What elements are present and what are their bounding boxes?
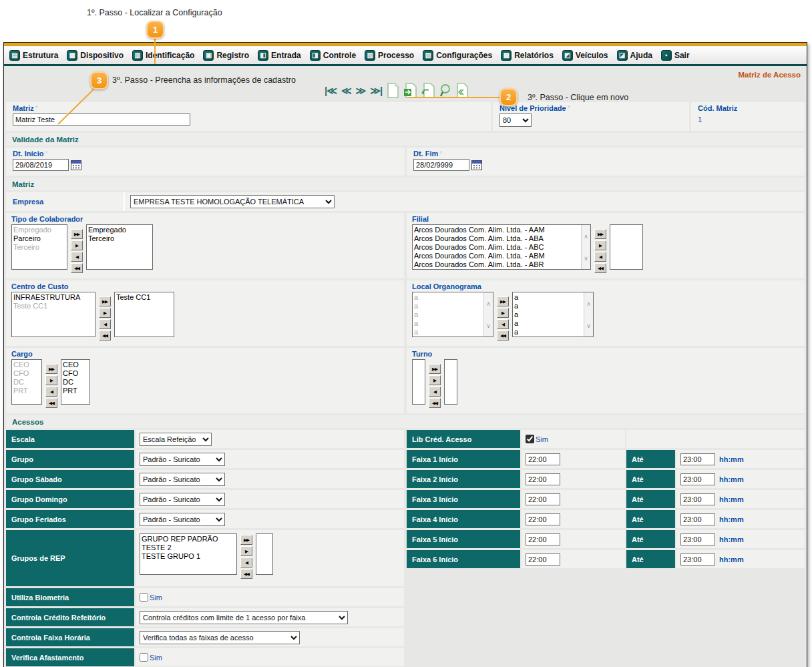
centro-available-list[interactable]: INFRAESTRUTURA Teste CC1 [11,292,95,337]
verifica-afastamento-checkbox[interactable] [140,653,148,662]
move-right-icon[interactable]: ▶ [99,308,111,318]
move-left-icon[interactable]: ◀ [71,252,83,262]
list-option[interactable]: DC [61,378,89,387]
turno-available-list[interactable] [412,359,425,405]
move-all-left-icon[interactable]: ◀◀ [99,330,111,341]
scroll-down-icon[interactable]: ∨ [486,322,491,329]
list-option[interactable]: Teste CC1 [12,302,95,310]
nivel-prioridade-select[interactable]: 80 [499,114,532,127]
menu-item-estrutura[interactable]: Estrutura [7,49,64,62]
list-option[interactable]: a [413,310,483,319]
new-record-icon[interactable] [385,82,401,99]
calendar-icon[interactable] [71,160,81,170]
move-all-right-icon[interactable]: ▶▶ [71,229,83,239]
controla-faixa-select[interactable]: Verifica todas as faixas de acesso [140,631,300,644]
menu-item-registro[interactable]: Registro [200,49,255,62]
list-option[interactable]: a [413,293,483,302]
tipo-available-list[interactable]: Empregado Parceiro Terceiro [11,224,67,270]
tipo-selected-list[interactable]: Empregado Terceiro [86,224,153,270]
rep-selected-list[interactable] [256,533,273,575]
move-right-icon[interactable]: ▶ [45,375,57,385]
move-all-left-icon[interactable]: ◀◀ [45,398,57,408]
list-option[interactable]: a [513,310,584,319]
move-all-left-icon[interactable]: ◀◀ [71,263,83,273]
faixa-6-fim-input[interactable] [680,553,715,566]
faixa-1-fim-input[interactable] [680,453,715,465]
centro-selected-list[interactable]: Teste CC1 [114,292,174,337]
scroll-up-icon[interactable]: ∧ [584,233,588,240]
calendar-icon[interactable] [471,160,482,170]
dt-fim-input[interactable] [413,159,469,171]
list-option[interactable]: PRT [61,387,89,395]
move-all-left-icon[interactable]: ◀◀ [497,330,509,341]
move-left-icon[interactable]: ◀ [429,387,441,397]
move-right-icon[interactable]: ▶ [240,546,252,556]
filial-available-list[interactable]: Arcos Dourados Com. Alim. Ltda. - AAM Ar… [412,224,591,270]
prev-record-icon[interactable]: ≪ [340,85,353,97]
faixa-4-inicio-input[interactable] [526,513,560,525]
list-option[interactable]: Arcos Dourados Com. Alim. Ltda. - ABM [413,252,581,260]
list-option[interactable]: PRT [12,387,41,395]
scroll-down-icon[interactable]: ∨ [584,255,588,262]
list-option[interactable]: Teste CC1 [115,293,174,302]
scroll-up-icon[interactable]: ∧ [586,300,591,307]
turno-selected-list[interactable] [444,359,457,405]
list-option[interactable]: DC [12,378,41,387]
list-option[interactable]: Terceiro [87,234,152,243]
menu-item-configuracoes[interactable]: Configurações [420,49,498,62]
move-right-icon[interactable]: ▶ [71,240,83,250]
move-all-left-icon[interactable]: ◀◀ [429,398,441,408]
local-available-list[interactable]: a a a a a ∧∨ [412,292,493,337]
last-record-icon[interactable]: ≫| [369,85,383,97]
menu-item-entrada[interactable]: Entrada [255,49,307,62]
utiliza-biometria-checkbox[interactable] [140,593,148,602]
search-record-icon[interactable] [437,82,453,99]
next-record-icon[interactable]: ≫ [355,85,367,97]
dt-inicio-input[interactable] [13,159,69,171]
matriz-input[interactable] [13,114,190,126]
rep-available-list[interactable]: GRUPO REP PADRÃO TESTE 2 TESTE GRUPO 1 [140,533,237,575]
menu-item-dispositivo[interactable]: Dispositivo [64,49,130,62]
list-option[interactable]: GRUPO REP PADRÃO [140,535,236,543]
move-all-right-icon[interactable]: ▶▶ [45,364,57,374]
scroll-up-icon[interactable]: ∧ [486,300,491,307]
move-all-right-icon[interactable]: ▶▶ [99,296,111,306]
list-option[interactable]: CFO [61,369,89,378]
menu-item-veiculos[interactable]: Veículos [560,49,614,62]
menu-item-controle[interactable]: Controle [307,49,362,62]
export-record-icon[interactable] [455,82,470,99]
list-option[interactable]: Arcos Dourados Com. Alim. Ltda. - ABR [413,260,581,269]
list-option[interactable]: Arcos Dourados Com. Alim. Ltda. - ABC [413,243,581,252]
list-option[interactable]: Empregado [87,226,152,234]
grupo-select[interactable]: Padrão - Suricato [140,453,225,466]
faixa-4-fim-input[interactable] [680,513,715,525]
move-all-right-icon[interactable]: ▶▶ [240,535,252,545]
move-all-left-icon[interactable]: ◀◀ [594,263,606,273]
move-all-right-icon[interactable]: ▶▶ [497,296,509,306]
move-all-left-icon[interactable]: ◀◀ [240,569,252,579]
faixa-1-inicio-input[interactable] [526,453,560,465]
faixa-2-inicio-input[interactable] [526,473,560,485]
list-option[interactable]: a [413,319,483,328]
list-option[interactable]: a [413,328,483,337]
list-option[interactable]: TESTE 2 [140,543,236,552]
cargo-available-list[interactable]: CEO CFO DC PRT [11,359,42,405]
local-selected-list[interactable]: a a a a a ∧∨ [512,292,594,337]
move-left-icon[interactable]: ◀ [45,387,57,397]
list-option[interactable]: Parceiro [12,234,67,243]
move-right-icon[interactable]: ▶ [594,240,606,250]
faixa-5-fim-input[interactable] [680,533,715,545]
move-left-icon[interactable]: ◀ [594,252,606,262]
move-left-icon[interactable]: ◀ [240,558,252,568]
list-option[interactable]: Empregado [12,226,67,234]
faixa-6-inicio-input[interactable] [526,553,560,566]
list-option[interactable]: a [513,293,584,302]
faixa-5-inicio-input[interactable] [526,533,560,545]
menu-item-relatorios[interactable]: Relatórios [498,49,560,62]
list-option[interactable]: Arcos Dourados Com. Alim. Ltda. - AAM [413,226,581,234]
list-option[interactable]: TESTE GRUPO 1 [140,552,236,561]
list-option[interactable]: Terceiro [12,243,67,252]
menu-item-sair[interactable]: Sair [658,49,696,62]
list-option[interactable]: CFO [12,369,41,378]
escala-select[interactable]: Escala Refeição [140,433,212,446]
